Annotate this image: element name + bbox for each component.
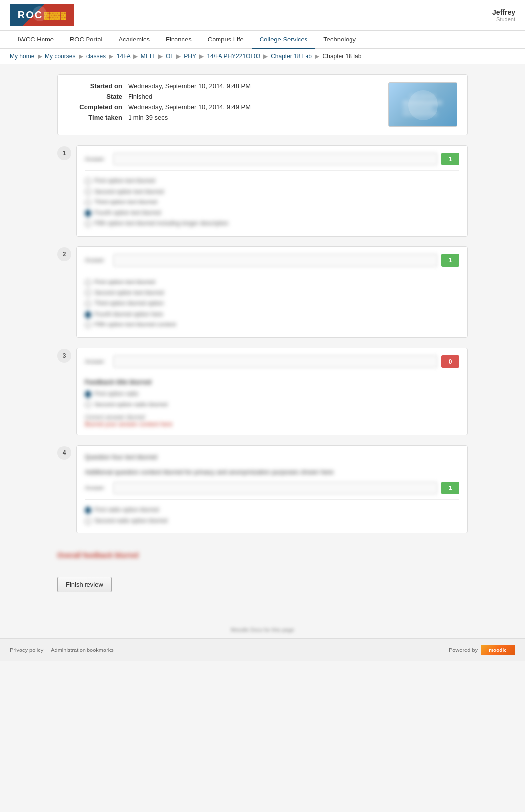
question-3-feedback-title: Feedback title blurred bbox=[85, 378, 459, 386]
summary-row-state: State Finished bbox=[68, 93, 251, 100]
q2-radio-1 bbox=[85, 279, 91, 286]
nav-college-services[interactable]: College Services bbox=[252, 31, 316, 49]
breadcrumb-ol[interactable]: OL bbox=[166, 53, 174, 60]
q1-radio-1 bbox=[85, 178, 91, 185]
username: Jeffrey bbox=[492, 8, 515, 16]
breadcrumb-sep-6: ▶ bbox=[199, 53, 204, 60]
question-3-wrapper: 3 Answer 0 Feedback title blurred First … bbox=[57, 348, 468, 435]
breadcrumb-sep-0: ▶ bbox=[38, 53, 42, 60]
breadcrumb-my-courses[interactable]: My courses bbox=[45, 53, 75, 60]
question-3-correct-answer: Correct answer blurred bbox=[85, 414, 459, 421]
question-2-wrapper: 2 Answer 1 First option text blurred bbox=[57, 246, 468, 338]
q2-radio-5 bbox=[85, 322, 91, 328]
question-1-wrapper: 1 Answer 1 First option text blurred bbox=[57, 145, 468, 237]
footer-admin-bookmarks[interactable]: Administration bookmarks bbox=[51, 647, 114, 653]
breadcrumb-my-home[interactable]: My home bbox=[10, 53, 34, 60]
nav-campus-life[interactable]: Campus Life bbox=[200, 31, 252, 49]
question-4-score: 1 bbox=[441, 482, 459, 494]
breadcrumb-sep-5: ▶ bbox=[176, 53, 181, 60]
footer-center-text: Moodle Docs for this page bbox=[0, 622, 525, 638]
footer: Privacy policy Administration bookmarks … bbox=[0, 638, 525, 661]
overall-section: Overall feedback blurred bbox=[57, 543, 468, 567]
question-4-options: First radio option blurred Second radio … bbox=[85, 505, 459, 526]
question-4-answer-label: Answer bbox=[85, 485, 109, 491]
question-1-content: Answer 1 First option text blurred Secon… bbox=[76, 145, 468, 237]
state-label: State bbox=[68, 93, 122, 100]
question-2-answer-field bbox=[113, 254, 438, 267]
started-value: Wednesday, September 10, 2014, 9:48 PM bbox=[128, 82, 251, 90]
q1-radio-3 bbox=[85, 199, 91, 206]
question-1-answer-bar: Answer 1 bbox=[85, 153, 459, 165]
q4-option-2: Second radio option blurred bbox=[85, 516, 459, 527]
breadcrumb-course[interactable]: 14/FA PHY221OL03 bbox=[207, 53, 260, 60]
question-3-content: Answer 0 Feedback title blurred First op… bbox=[76, 348, 468, 435]
q3-option-1: First option radio bbox=[85, 389, 459, 400]
footer-privacy[interactable]: Privacy policy bbox=[10, 647, 43, 653]
header: ROC ▓▓▓▓ Jeffrey Student bbox=[0, 0, 525, 31]
q2-option-3: Third option blurred option bbox=[85, 298, 459, 309]
question-1-score: 1 bbox=[441, 153, 459, 165]
question-4-wrapper: 4 Question four text blurred Additional … bbox=[57, 445, 468, 533]
question-2-options: First option text blurred Second option … bbox=[85, 277, 459, 330]
question-4-answer-field bbox=[113, 482, 438, 494]
question-2-answer-bar: Answer 1 bbox=[85, 254, 459, 267]
q2-radio-2 bbox=[85, 289, 91, 296]
question-2-number: 2 bbox=[57, 247, 71, 261]
breadcrumb-sep-2: ▶ bbox=[109, 53, 113, 60]
q2-radio-3 bbox=[85, 300, 91, 307]
nav-technology[interactable]: Technology bbox=[315, 31, 364, 49]
question-4-answer-bar: Answer 1 bbox=[85, 482, 459, 494]
breadcrumb-sep-7: ▶ bbox=[263, 53, 268, 60]
nav-finances[interactable]: Finances bbox=[158, 31, 200, 49]
q2-option-1: First option text blurred bbox=[85, 277, 459, 288]
summary-card: Started on Wednesday, September 10, 2014… bbox=[57, 74, 468, 135]
breadcrumb-sep-4: ▶ bbox=[158, 53, 163, 60]
question-4-number: 4 bbox=[57, 446, 71, 460]
time-value: 1 min 39 secs bbox=[128, 114, 168, 121]
q4-option-1: First radio option blurred bbox=[85, 505, 459, 516]
main-content: Started on Wednesday, September 10, 2014… bbox=[47, 64, 478, 622]
breadcrumb-sep-8: ▶ bbox=[315, 53, 319, 60]
q2-option-4: Fourth blurred option here bbox=[85, 309, 459, 320]
nav-roc-portal[interactable]: ROC Portal bbox=[62, 31, 110, 49]
overall-label: Overall feedback blurred bbox=[57, 551, 138, 559]
question-1-answer-field bbox=[113, 153, 438, 165]
question-3-answer-bar: Answer 0 bbox=[85, 355, 459, 368]
breadcrumb-meit[interactable]: MEIT bbox=[141, 53, 155, 60]
question-3-options: First option radio Second option radio b… bbox=[85, 389, 459, 410]
finish-review-button[interactable]: Finish review bbox=[57, 577, 112, 592]
q4-radio-2 bbox=[85, 518, 91, 525]
completed-label: Completed on bbox=[68, 103, 122, 111]
breadcrumb-classes[interactable]: classes bbox=[86, 53, 106, 60]
breadcrumb-current: Chapter 18 lab bbox=[323, 53, 362, 60]
question-4-text: Question four text blurred bbox=[85, 452, 459, 462]
started-label: Started on bbox=[68, 82, 122, 90]
question-3-answer-field bbox=[113, 355, 438, 368]
question-3-answer-label: Answer bbox=[85, 358, 109, 365]
question-1-number: 1 bbox=[57, 146, 71, 160]
powered-by-label: Powered by bbox=[449, 647, 478, 653]
q3-option-2: Second option radio blurred bbox=[85, 400, 459, 410]
breadcrumb-14fa[interactable]: 14FA bbox=[117, 53, 130, 60]
q2-option-2: Second option text blurred bbox=[85, 288, 459, 299]
summary-table: Started on Wednesday, September 10, 2014… bbox=[68, 82, 251, 124]
footer-links: Privacy policy Administration bookmarks bbox=[10, 647, 114, 653]
logo-area: ROC ▓▓▓▓ bbox=[10, 4, 74, 26]
q1-option-3: Third option text blurred bbox=[85, 197, 459, 208]
summary-row-started: Started on Wednesday, September 10, 2014… bbox=[68, 82, 251, 90]
question-1-answer-label: Answer bbox=[85, 156, 109, 162]
breadcrumb-phy[interactable]: PHY bbox=[184, 53, 196, 60]
state-value: Finished bbox=[128, 93, 152, 100]
nav-buttons: Finish review bbox=[57, 577, 468, 592]
q1-option-5: Fifth option text blurred including long… bbox=[85, 218, 459, 229]
q1-option-2: Second option text blurred bbox=[85, 187, 459, 198]
question-1-options: First option text blurred Second option … bbox=[85, 176, 459, 229]
question-3-score: 0 bbox=[441, 355, 459, 368]
completed-value: Wednesday, September 10, 2014, 9:49 PM bbox=[128, 103, 251, 111]
q4-radio-1 bbox=[85, 507, 91, 514]
q1-option-4: Fourth option text blurred bbox=[85, 208, 459, 219]
nav-academics[interactable]: Academics bbox=[110, 31, 158, 49]
nav-iwcc-home[interactable]: IWCC Home bbox=[10, 31, 62, 49]
breadcrumb-chapter18lab[interactable]: Chapter 18 Lab bbox=[271, 53, 312, 60]
question-4-content: Question four text blurred Additional qu… bbox=[76, 445, 468, 533]
